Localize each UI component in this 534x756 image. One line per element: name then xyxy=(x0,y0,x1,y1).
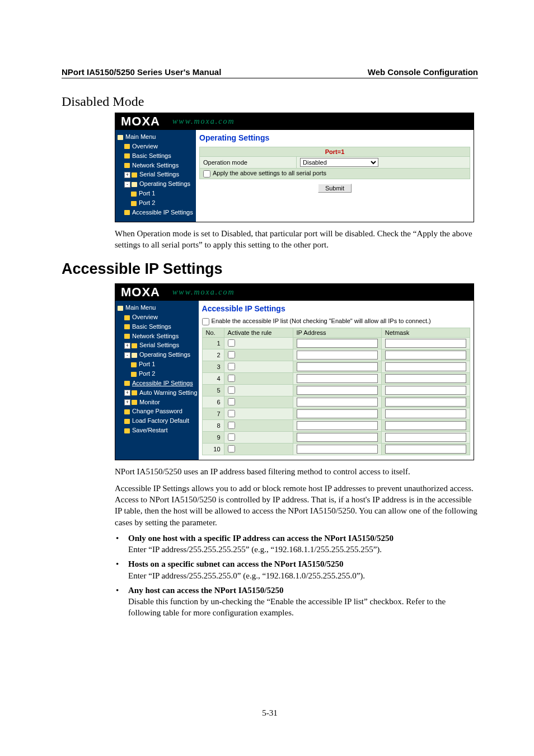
bullet-item: Hosts on a specific subnet can access th… xyxy=(128,558,478,581)
submit-button[interactable]: Submit xyxy=(318,184,352,193)
sidebar-item-network[interactable]: Network Settings xyxy=(116,332,198,341)
folder-icon xyxy=(131,362,137,367)
netmask-input[interactable] xyxy=(385,433,466,442)
sidebar-item-network[interactable]: Network Settings xyxy=(116,161,195,170)
expand-icon[interactable]: + xyxy=(124,399,130,405)
ip-input[interactable] xyxy=(297,398,378,407)
sidebar-item-operating[interactable]: -Operating Settings xyxy=(116,350,198,360)
activate-checkbox[interactable] xyxy=(228,339,235,347)
row-no: 3 xyxy=(202,361,224,372)
activate-checkbox[interactable] xyxy=(228,410,235,417)
ip-input[interactable] xyxy=(297,409,378,418)
activate-checkbox[interactable] xyxy=(228,363,235,370)
netmask-input[interactable] xyxy=(385,386,466,395)
netmask-input[interactable] xyxy=(385,409,466,418)
activate-checkbox[interactable] xyxy=(228,386,235,394)
folder-icon xyxy=(132,172,137,178)
folder-icon xyxy=(131,192,137,197)
ip-input[interactable] xyxy=(297,351,378,360)
sidebar-item-port1[interactable]: Port 1 xyxy=(116,360,198,369)
sidebar: Main Menu Overview Basic Settings Networ… xyxy=(115,301,199,460)
ip-input[interactable] xyxy=(297,362,378,371)
ip-input[interactable] xyxy=(297,433,378,442)
netmask-input[interactable] xyxy=(385,374,466,383)
expand-icon[interactable]: + xyxy=(124,390,130,396)
activate-checkbox[interactable] xyxy=(228,422,235,429)
row-activate-cell xyxy=(224,361,293,372)
sidebar-item-overview[interactable]: Overview xyxy=(116,142,195,151)
activate-checkbox[interactable] xyxy=(228,351,235,358)
activate-checkbox[interactable] xyxy=(228,375,235,382)
sidebar-item-accessible-ip[interactable]: Accessible IP Settings xyxy=(116,379,198,388)
row-ip-cell xyxy=(293,396,381,408)
page-number: 5-31 xyxy=(62,708,478,718)
netmask-input[interactable] xyxy=(385,421,466,430)
ip-input[interactable] xyxy=(297,386,378,395)
sidebar-item-basic[interactable]: Basic Settings xyxy=(116,151,195,161)
ip-input[interactable] xyxy=(297,374,378,383)
sidebar-item-overview[interactable]: Overview xyxy=(116,312,198,322)
ip-input[interactable] xyxy=(297,421,378,430)
netmask-input[interactable] xyxy=(385,351,466,360)
apply-all-checkbox[interactable] xyxy=(203,170,210,178)
folder-icon xyxy=(124,153,130,158)
sidebar-item-port2[interactable]: Port 2 xyxy=(116,198,195,208)
sidebar-item-monitor[interactable]: +Monitor xyxy=(116,398,198,407)
activate-checkbox[interactable] xyxy=(228,445,235,452)
doc-header: NPort IA5150/5250 Series User's Manual W… xyxy=(62,67,478,78)
ip-input[interactable] xyxy=(297,339,378,348)
opmode-select[interactable]: Disabled xyxy=(300,158,378,167)
sidebar-item-port2[interactable]: Port 2 xyxy=(116,369,198,379)
row-activate-cell xyxy=(224,408,293,419)
paragraph-access-2: Accessible IP Settings allows you to add… xyxy=(115,483,478,528)
folder-open-icon xyxy=(118,306,123,311)
folder-icon xyxy=(124,163,130,168)
sidebar-item-accessible-ip[interactable]: Accessible IP Settings xyxy=(116,208,195,217)
activate-checkbox[interactable] xyxy=(228,398,235,405)
activate-checkbox[interactable] xyxy=(228,433,235,441)
row-ip-cell xyxy=(293,372,381,384)
folder-icon xyxy=(124,144,130,149)
bullet-item: Only one host with a specific IP address… xyxy=(128,533,478,556)
bullet-title: Hosts on a specific subnet can access th… xyxy=(128,559,344,568)
netmask-input[interactable] xyxy=(385,339,466,348)
folder-icon xyxy=(124,324,130,329)
collapse-icon[interactable]: - xyxy=(124,181,130,188)
sidebar-item-basic[interactable]: Basic Settings xyxy=(116,322,198,332)
row-ip-cell xyxy=(293,384,381,396)
sidebar-item-change-password[interactable]: Change Password xyxy=(116,407,198,416)
row-ip-cell xyxy=(293,408,381,419)
sidebar-root[interactable]: Main Menu xyxy=(116,132,195,142)
sidebar-item-serial[interactable]: +Serial Settings xyxy=(116,170,195,179)
paragraph-disabled: When Operation mode is set to Disabled, … xyxy=(115,228,478,251)
folder-icon xyxy=(131,201,137,206)
sidebar-root[interactable]: Main Menu xyxy=(116,303,198,312)
sidebar-item-port1[interactable]: Port 1 xyxy=(116,189,195,198)
expand-icon[interactable]: + xyxy=(124,343,130,349)
netmask-input[interactable] xyxy=(385,445,466,454)
sidebar-item-save-restart[interactable]: Save/Restart xyxy=(116,426,198,435)
sidebar-item-operating[interactable]: -Operating Settings xyxy=(116,179,195,189)
row-netmask-cell xyxy=(381,349,470,361)
sidebar-item-serial[interactable]: +Serial Settings xyxy=(116,340,198,350)
bullet-text: Disable this function by un-checking the… xyxy=(128,597,446,617)
bullet-text: Enter “IP address/255.255.255.0” (e.g., … xyxy=(128,571,365,580)
netmask-input[interactable] xyxy=(385,398,466,407)
collapse-icon[interactable]: - xyxy=(124,352,130,358)
netmask-input[interactable] xyxy=(385,362,466,371)
row-activate-cell xyxy=(224,443,293,455)
ip-input[interactable] xyxy=(297,445,378,454)
sidebar-item-auto-warning[interactable]: +Auto Warning Setting xyxy=(116,388,198,398)
row-no: 9 xyxy=(202,431,224,443)
folder-open-icon xyxy=(118,135,123,140)
row-ip-cell xyxy=(293,431,381,443)
enable-list-label: Enable the accessible IP list (Not check… xyxy=(212,318,431,324)
expand-icon[interactable]: + xyxy=(124,172,130,178)
row-netmask-cell xyxy=(381,443,470,455)
enable-list-checkbox[interactable] xyxy=(202,318,209,325)
sidebar-item-factory-default[interactable]: Load Factory Default xyxy=(116,416,198,426)
folder-icon xyxy=(132,400,137,405)
bullet-title: Only one host with a specific IP address… xyxy=(128,534,394,543)
row-netmask-cell xyxy=(381,384,470,396)
row-ip-cell xyxy=(293,361,381,372)
